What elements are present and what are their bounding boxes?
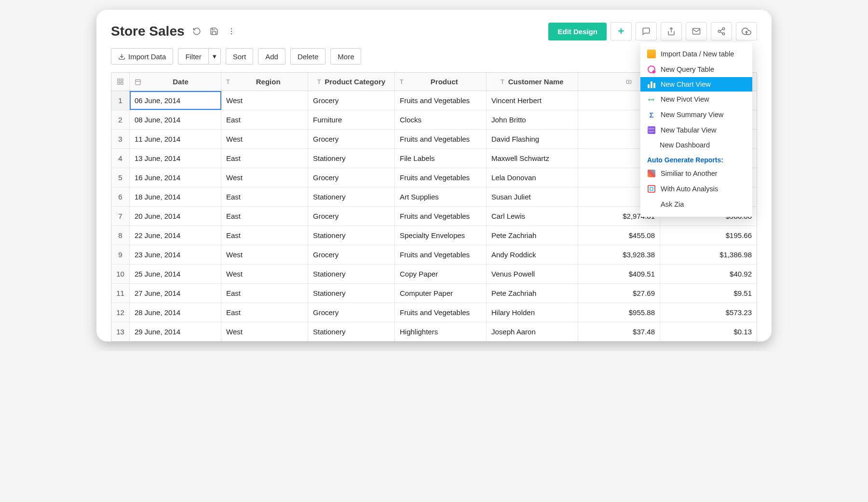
cell-category[interactable]: Stationery: [308, 187, 395, 206]
cloud-upload-icon[interactable]: [736, 22, 757, 40]
cell-date[interactable]: 06 June, 2014: [130, 91, 221, 110]
cell-date[interactable]: 08 June, 2014: [130, 110, 221, 129]
cell-sales[interactable]: $37.48: [578, 322, 660, 341]
col-header-product[interactable]: TProduct: [395, 73, 487, 91]
cell-customer[interactable]: Carl Lewis: [487, 207, 578, 225]
cell-category[interactable]: Stationery: [308, 322, 395, 341]
cell-category[interactable]: Grocery: [308, 303, 395, 322]
cell-product[interactable]: Fruits and Vegetables: [395, 168, 487, 187]
menu-new-query-table[interactable]: New Query Table: [640, 62, 752, 77]
table-row[interactable]: 1127 June, 2014EastStationeryComputer Pa…: [111, 284, 757, 303]
cell-sales[interactable]: $27.69: [578, 284, 660, 303]
cell-region[interactable]: West: [221, 168, 308, 187]
menu-import-data[interactable]: Import Data / New table: [640, 46, 752, 62]
filter-button[interactable]: Filter: [178, 48, 208, 65]
cell-date[interactable]: 16 June, 2014: [130, 168, 221, 187]
table-row[interactable]: 822 June, 2014EastStationerySpecialty En…: [111, 226, 757, 245]
row-number[interactable]: 9: [111, 245, 130, 264]
row-number[interactable]: 2: [111, 110, 130, 129]
cell-product[interactable]: Copy Paper: [395, 264, 487, 283]
cell-cost[interactable]: $9.51: [660, 284, 757, 303]
edit-design-button[interactable]: Edit Design: [548, 23, 607, 40]
cell-customer[interactable]: Hilary Holden: [487, 303, 578, 322]
more-button[interactable]: More: [330, 48, 361, 65]
cell-region[interactable]: East: [221, 226, 308, 245]
menu-with-auto-analysis[interactable]: With Auto Analysis: [640, 181, 752, 197]
cell-sales[interactable]: $3,928.38: [578, 245, 660, 264]
cell-region[interactable]: East: [221, 303, 308, 322]
cell-customer[interactable]: Susan Juliet: [487, 187, 578, 206]
cell-product[interactable]: Art Supplies: [395, 187, 487, 206]
cell-category[interactable]: Grocery: [308, 207, 395, 225]
cell-region[interactable]: East: [221, 284, 308, 303]
more-vertical-icon[interactable]: [226, 26, 237, 37]
table-row[interactable]: 1329 June, 2014WestStationeryHighlighter…: [111, 322, 757, 341]
menu-new-chart-view[interactable]: New Chart View: [640, 77, 752, 92]
cell-product[interactable]: Clocks: [395, 110, 487, 129]
cell-category[interactable]: Stationery: [308, 284, 395, 303]
cell-date[interactable]: 28 June, 2014: [130, 303, 221, 322]
cell-date[interactable]: 29 June, 2014: [130, 322, 221, 341]
cell-category[interactable]: Grocery: [308, 91, 395, 110]
cell-sales[interactable]: $955.88: [578, 303, 660, 322]
add-new-button[interactable]: +: [610, 22, 632, 40]
row-number[interactable]: 6: [111, 187, 130, 206]
cell-region[interactable]: West: [221, 264, 308, 283]
cell-product[interactable]: Fruits and Vegetables: [395, 91, 487, 110]
cell-category[interactable]: Grocery: [308, 245, 395, 264]
cell-product[interactable]: Fruits and Vegetables: [395, 303, 487, 322]
row-number[interactable]: 11: [111, 284, 130, 303]
row-number[interactable]: 3: [111, 130, 130, 148]
cell-customer[interactable]: Maxwell Schwartz: [487, 149, 578, 168]
cell-product[interactable]: Highlighters: [395, 322, 487, 341]
cell-category[interactable]: Stationery: [308, 149, 395, 168]
row-number[interactable]: 7: [111, 207, 130, 225]
cell-date[interactable]: 13 June, 2014: [130, 149, 221, 168]
cell-category[interactable]: Grocery: [308, 130, 395, 148]
cell-date[interactable]: 20 June, 2014: [130, 207, 221, 225]
add-button[interactable]: Add: [258, 48, 285, 65]
cell-cost[interactable]: $40.92: [660, 264, 757, 283]
cell-product[interactable]: Fruits and Vegetables: [395, 207, 487, 225]
cell-product[interactable]: Fruits and Vegetables: [395, 130, 487, 148]
cell-cost[interactable]: $573.23: [660, 303, 757, 322]
col-header-region[interactable]: TRegion: [221, 73, 308, 91]
cell-date[interactable]: 11 June, 2014: [130, 130, 221, 148]
menu-new-summary-view[interactable]: Σ New Summary View: [640, 107, 752, 122]
export-icon[interactable]: [661, 22, 682, 40]
row-number[interactable]: 10: [111, 264, 130, 283]
cell-customer[interactable]: Vincent Herbert: [487, 91, 578, 110]
row-number[interactable]: 12: [111, 303, 130, 322]
table-row[interactable]: 1228 June, 2014EastGroceryFruits and Veg…: [111, 303, 757, 322]
cell-region[interactable]: West: [221, 245, 308, 264]
cell-region[interactable]: East: [221, 187, 308, 206]
cell-date[interactable]: 22 June, 2014: [130, 226, 221, 245]
cell-product[interactable]: File Labels: [395, 149, 487, 168]
cell-customer[interactable]: Venus Powell: [487, 264, 578, 283]
cell-region[interactable]: East: [221, 207, 308, 225]
cell-sales[interactable]: $455.08: [578, 226, 660, 245]
delete-button[interactable]: Delete: [290, 48, 326, 65]
cell-date[interactable]: 27 June, 2014: [130, 284, 221, 303]
menu-new-dashboard[interactable]: New Dashboard: [640, 138, 752, 152]
cell-product[interactable]: Computer Paper: [395, 284, 487, 303]
row-number[interactable]: 13: [111, 322, 130, 341]
menu-new-tabular-view[interactable]: New Tabular View: [640, 122, 752, 138]
cell-region[interactable]: East: [221, 149, 308, 168]
cell-category[interactable]: Furniture: [308, 110, 395, 129]
cell-cost[interactable]: $1,386.98: [660, 245, 757, 264]
cell-sales[interactable]: $409.51: [578, 264, 660, 283]
menu-ask-zia[interactable]: Ask Zia: [640, 197, 752, 212]
cell-product[interactable]: Fruits and Vegetables: [395, 245, 487, 264]
cell-date[interactable]: 23 June, 2014: [130, 245, 221, 264]
cell-customer[interactable]: Pete Zachriah: [487, 284, 578, 303]
cell-region[interactable]: East: [221, 110, 308, 129]
cell-customer[interactable]: Pete Zachriah: [487, 226, 578, 245]
cell-cost[interactable]: $0.13: [660, 322, 757, 341]
row-number[interactable]: 4: [111, 149, 130, 168]
share-icon[interactable]: [711, 22, 732, 40]
import-data-button[interactable]: Import Data: [111, 48, 173, 65]
col-header-date[interactable]: Date: [130, 73, 221, 91]
cell-customer[interactable]: David Flashing: [487, 130, 578, 148]
cell-cost[interactable]: $195.66: [660, 226, 757, 245]
